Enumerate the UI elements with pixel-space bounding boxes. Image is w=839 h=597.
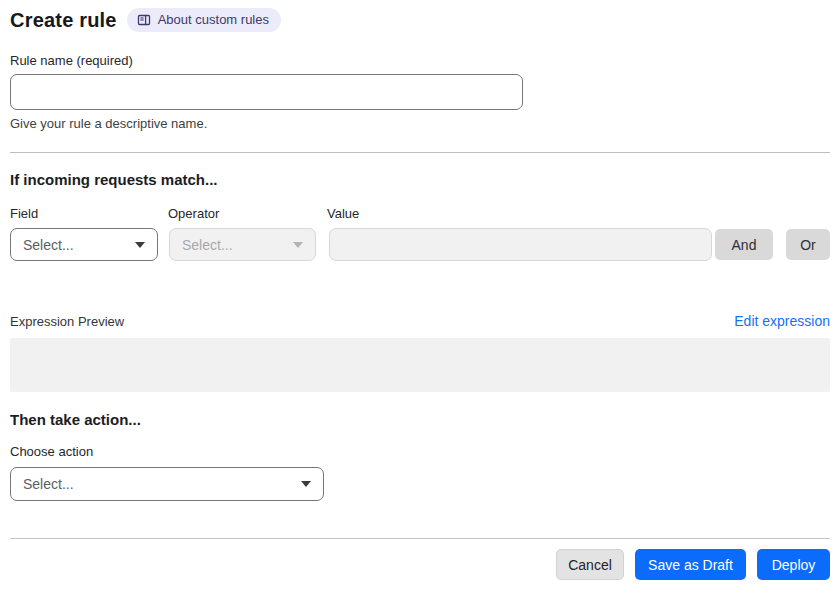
edit-expression-link[interactable]: Edit expression <box>734 313 830 329</box>
page-header: Create rule About custom rules <box>10 8 830 32</box>
page-title: Create rule <box>10 9 117 32</box>
operator-select-placeholder: Select... <box>182 237 233 253</box>
choose-action-label: Choose action <box>10 444 830 459</box>
rule-name-label: Rule name (required) <box>10 53 830 68</box>
deploy-button[interactable]: Deploy <box>757 549 830 580</box>
rule-name-input[interactable] <box>10 74 523 110</box>
match-controls-row: Select... Select... And Or <box>10 228 830 261</box>
field-label: Field <box>10 206 168 221</box>
chevron-down-icon <box>301 481 311 487</box>
match-labels-row: Field Operator Value <box>10 206 830 221</box>
about-custom-rules-label: About custom rules <box>158 12 269 27</box>
operator-select[interactable]: Select... <box>169 228 316 261</box>
match-section-heading: If incoming requests match... <box>10 171 830 188</box>
cancel-button[interactable]: Cancel <box>556 549 624 580</box>
or-button[interactable]: Or <box>786 229 830 260</box>
footer-divider <box>10 538 830 539</box>
field-select-placeholder: Select... <box>23 237 74 253</box>
footer-actions: Cancel Save as Draft Deploy <box>10 549 830 580</box>
chevron-down-icon <box>293 242 303 248</box>
book-icon <box>137 13 151 27</box>
about-custom-rules-link[interactable]: About custom rules <box>127 8 281 32</box>
expression-preview-box <box>10 338 830 392</box>
value-input[interactable] <box>329 228 712 261</box>
expression-preview-label: Expression Preview <box>10 314 124 329</box>
section-divider <box>10 152 830 153</box>
choose-action-placeholder: Select... <box>23 476 74 492</box>
and-or-group: And Or <box>715 229 830 260</box>
create-rule-page: Create rule About custom rules Rule name… <box>0 0 839 580</box>
save-as-draft-button[interactable]: Save as Draft <box>635 549 746 580</box>
expression-preview-row: Expression Preview Edit expression <box>10 313 830 329</box>
value-label: Value <box>327 206 359 221</box>
field-select[interactable]: Select... <box>10 228 158 261</box>
action-section-heading: Then take action... <box>10 411 830 428</box>
operator-label: Operator <box>168 206 327 221</box>
choose-action-select[interactable]: Select... <box>10 467 324 501</box>
rule-name-help-text: Give your rule a descriptive name. <box>10 116 830 131</box>
chevron-down-icon <box>135 242 145 248</box>
and-button[interactable]: And <box>715 229 773 260</box>
